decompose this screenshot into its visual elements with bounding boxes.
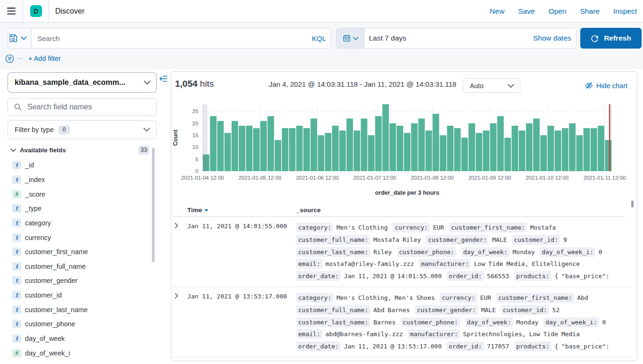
histogram-bar[interactable] [576,135,583,171]
histogram-bar[interactable] [411,124,418,171]
histogram-bar[interactable] [490,124,497,171]
available-fields-header[interactable]: Available fields 33 [8,145,149,155]
histogram-bar[interactable] [526,124,533,171]
field-item-customer_first_name[interactable]: tcustomer_first_name [8,245,149,259]
filter-by-type[interactable]: Filter by type 0 [8,120,157,139]
histogram-bar[interactable] [390,124,396,171]
saved-query-button[interactable] [8,28,32,48]
query-bar[interactable]: Search KQL [8,28,331,49]
nav-open[interactable]: Open [542,7,573,16]
menu-button[interactable] [0,0,23,22]
interval-select[interactable]: Auto [463,78,520,93]
histogram-bar[interactable] [361,118,367,171]
column-header-source[interactable]: _source [296,207,321,214]
histogram-bar[interactable] [232,121,238,172]
histogram-bar[interactable] [476,133,482,171]
histogram-bar[interactable] [303,128,310,171]
index-pattern-select[interactable]: kibana_sample_data_ecomm... [8,72,157,93]
histogram-bar[interactable] [225,133,231,171]
histogram-bar[interactable] [375,116,382,171]
histogram-bar[interactable] [440,135,446,171]
show-dates-button[interactable]: Show dates [533,34,576,42]
expand-row-icon[interactable] [174,223,179,229]
histogram-bar[interactable] [569,124,576,171]
histogram-bar[interactable] [325,133,332,171]
nav-inspect[interactable]: Inspect [607,7,637,16]
histogram-bar[interactable] [383,104,389,171]
histogram-bar[interactable] [433,114,439,171]
table-scrollbar[interactable] [631,200,634,207]
hide-chart-button[interactable]: Hide chart [585,82,627,90]
add-filter-button[interactable]: + Add filter [28,55,61,62]
field-item-customer_id[interactable]: tcustomer_id [8,288,149,303]
histogram-bar[interactable] [239,126,245,171]
histogram-bar[interactable] [282,128,288,171]
histogram-bar[interactable] [497,116,504,171]
expand-row-icon[interactable] [174,293,179,299]
nav-share[interactable]: Share [573,7,606,16]
app-icon[interactable]: D [30,5,42,17]
field-item-customer_last_name[interactable]: tcustomer_last_name [8,302,149,317]
histogram-bar[interactable] [511,126,518,171]
histogram-bar[interactable] [339,131,346,171]
field-item-day_of_week_i[interactable]: #day_of_week_i [8,346,149,360]
histogram-bar[interactable] [289,128,296,171]
date-range-value[interactable]: Last 7 days [365,34,533,42]
sidebar-scrollbar[interactable] [152,148,155,262]
histogram-bar[interactable] [418,118,425,171]
field-item-customer_gender[interactable]: tcustomer_gender [8,273,149,288]
histogram-bar[interactable] [468,124,475,171]
field-search[interactable]: Search field names [8,98,157,116]
histogram-bar[interactable] [253,128,260,171]
histogram-bar[interactable] [310,118,317,171]
nav-new[interactable]: New [483,7,511,16]
histogram-bar[interactable] [426,131,432,171]
histogram-bar[interactable] [591,128,597,171]
field-item-currency[interactable]: tcurrency [8,230,149,245]
histogram-bar[interactable] [548,126,554,171]
histogram-bar[interactable] [217,121,224,172]
histogram-bar[interactable] [584,128,590,171]
histogram-bar[interactable] [555,131,561,171]
filter-icon[interactable] [5,54,14,63]
field-item-customer_phone[interactable]: tcustomer_phone [8,317,149,331]
histogram-bar[interactable] [483,131,490,171]
search-input[interactable]: Search [32,34,312,42]
histogram-chart[interactable]: 0510152025Count2021-01-04 12:002021-01-0… [171,95,637,204]
histogram-bar[interactable] [540,135,547,171]
field-item-_type[interactable]: t_type [8,201,149,216]
histogram-bar[interactable] [267,116,274,171]
histogram-bar[interactable] [454,128,461,171]
field-item-day_of_week[interactable]: tday_of_week [8,331,149,346]
histogram-bar[interactable] [447,126,453,171]
histogram-bar[interactable] [346,118,353,171]
histogram-bar[interactable] [533,118,540,171]
histogram-bar[interactable] [598,126,604,171]
histogram-bar[interactable] [519,131,526,171]
histogram-bar[interactable] [296,126,303,171]
histogram-bar[interactable] [318,135,325,171]
histogram-bar[interactable] [461,138,468,171]
collapse-sidebar-icon[interactable] [159,75,167,83]
histogram-bar[interactable] [404,133,410,171]
query-language-button[interactable]: KQL [312,34,331,42]
histogram-bar[interactable] [354,131,360,171]
histogram-bar[interactable] [275,140,281,171]
histogram-bar[interactable] [260,121,267,172]
histogram-bar[interactable] [562,128,568,171]
field-item-_index[interactable]: t_index [8,173,149,187]
refresh-button[interactable]: Refresh [580,28,642,49]
histogram-bar[interactable] [504,138,511,171]
field-item-category[interactable]: tcategory [8,216,149,231]
field-item-customer_full_name[interactable]: tcustomer_full_name [8,259,149,273]
field-item-_id[interactable]: t_id [8,158,149,173]
field-item-_score[interactable]: #_score [8,187,149,201]
histogram-bar[interactable] [397,126,403,171]
histogram-bar[interactable] [210,116,217,171]
nav-save[interactable]: Save [511,7,542,16]
histogram-bar[interactable] [246,126,252,171]
histogram-bar[interactable] [368,135,375,171]
column-header-time[interactable]: Time [187,207,209,214]
date-quick-select-button[interactable] [336,28,365,48]
histogram-bar[interactable] [332,126,339,171]
